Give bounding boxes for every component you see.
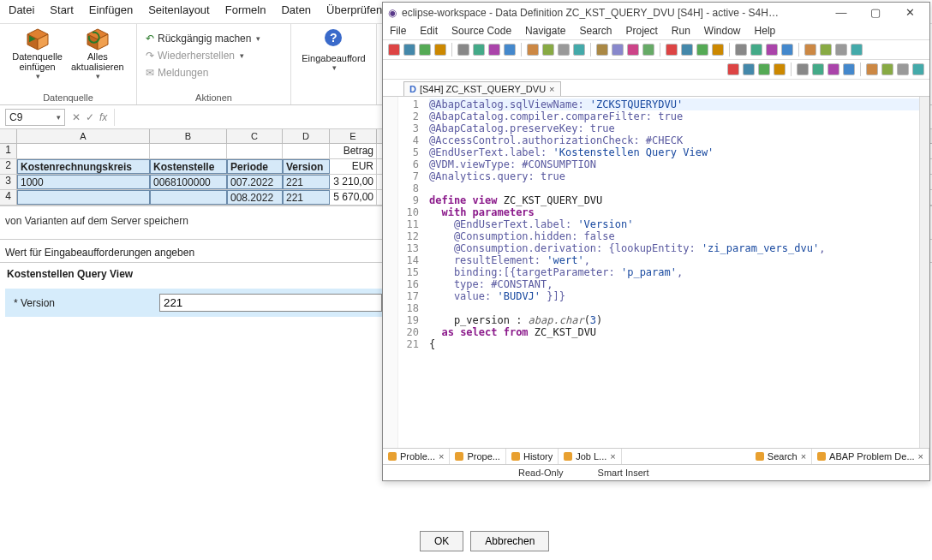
menu-item-einfügen[interactable]: Einfügen bbox=[89, 3, 133, 18]
close-tab-icon[interactable]: × bbox=[801, 451, 806, 462]
menu-item-überprüfen[interactable]: Überprüfen bbox=[326, 3, 382, 18]
bottom-tab[interactable]: Job L...× bbox=[559, 449, 622, 464]
menu-item-daten[interactable]: Daten bbox=[281, 3, 311, 18]
toolbar-icon[interactable] bbox=[866, 63, 878, 75]
toolbar-icon[interactable] bbox=[666, 44, 678, 56]
code-line[interactable]: @AccessControl.authorizationCheck: #CHEC… bbox=[429, 134, 919, 146]
toolbar-icon[interactable] bbox=[388, 44, 400, 56]
refresh-all-button[interactable]: Alles aktualisieren bbox=[71, 27, 124, 80]
toolbar-icon[interactable] bbox=[419, 44, 431, 56]
toolbar-icon[interactable] bbox=[827, 63, 839, 75]
code-line[interactable]: binding:[{targetParameter: 'p_param', bbox=[429, 266, 919, 278]
toolbar-icon[interactable] bbox=[542, 44, 554, 56]
toolbar-icon[interactable] bbox=[504, 44, 516, 56]
toolbar-icon[interactable] bbox=[766, 44, 778, 56]
toolbar-icon[interactable] bbox=[642, 44, 654, 56]
close-tab-icon[interactable]: × bbox=[918, 451, 923, 462]
toolbar-icon[interactable] bbox=[434, 44, 446, 56]
toolbar-icon[interactable] bbox=[727, 63, 739, 75]
version-input[interactable] bbox=[159, 294, 382, 312]
toolbar-icon[interactable] bbox=[612, 44, 624, 56]
toolbar-icon[interactable] bbox=[804, 44, 816, 56]
name-box[interactable]: C9▾ bbox=[5, 109, 65, 126]
eclipse-menu-window[interactable]: Window bbox=[704, 25, 741, 37]
fx-icon[interactable]: fx bbox=[99, 111, 107, 123]
undo-button[interactable]: ↶ Rückgängig machen bbox=[146, 31, 260, 46]
bottom-tab[interactable]: Prope... bbox=[450, 449, 506, 464]
toolbar-icon[interactable] bbox=[881, 63, 893, 75]
cell-header[interactable]: Kostenrechnungskreis bbox=[17, 159, 150, 174]
cell-header[interactable]: Periode bbox=[227, 159, 283, 174]
toolbar-icon[interactable] bbox=[797, 63, 809, 75]
code-line[interactable]: @Analytics.query: true bbox=[429, 170, 919, 182]
toolbar-icon[interactable] bbox=[897, 63, 909, 75]
cell[interactable]: 007.2022 bbox=[227, 175, 283, 189]
toolbar-icon[interactable] bbox=[812, 63, 824, 75]
toolbar-icon[interactable] bbox=[712, 44, 724, 56]
cell-header[interactable]: Version bbox=[283, 159, 330, 174]
toolbar-icon[interactable] bbox=[835, 44, 847, 56]
toolbar-icon[interactable] bbox=[403, 44, 415, 56]
menu-item-start[interactable]: Start bbox=[50, 3, 73, 18]
insert-datasource-button[interactable]: ▶ Datenquelle einfügen bbox=[12, 27, 63, 80]
code-line[interactable]: resultElement: 'wert', bbox=[429, 254, 919, 266]
cell[interactable]: 008.2022 bbox=[227, 190, 283, 205]
bottom-tab[interactable]: ABAP Problem De...× bbox=[812, 449, 929, 464]
toolbar-icon[interactable] bbox=[473, 44, 485, 56]
bottom-tab[interactable]: Search× bbox=[750, 449, 812, 464]
cell-header[interactable]: Kostenstelle bbox=[150, 159, 227, 174]
code-line[interactable] bbox=[429, 182, 919, 194]
toolbar-icon[interactable] bbox=[912, 63, 924, 75]
toolbar-icon[interactable] bbox=[758, 63, 770, 75]
toolbar-icon[interactable] bbox=[596, 44, 608, 56]
toolbar-icon[interactable] bbox=[743, 63, 755, 75]
toolbar-icon[interactable] bbox=[735, 44, 747, 56]
code-line[interactable]: @AbapCatalog.preserveKey: true bbox=[429, 122, 919, 134]
code-line[interactable]: @AbapCatalog.compiler.compareFilter: tru… bbox=[429, 110, 919, 122]
toolbar-icon[interactable] bbox=[558, 44, 570, 56]
prompts-button[interactable]: ? Eingabeaufford bbox=[302, 27, 365, 72]
accept-formula-icon[interactable]: ✓ bbox=[86, 111, 94, 123]
menu-item-datei[interactable]: Datei bbox=[9, 3, 34, 18]
col-header[interactable]: D bbox=[283, 129, 330, 143]
code-editor[interactable]: 123456789101112131415161718192021 @AbapC… bbox=[383, 97, 929, 448]
eclipse-titlebar[interactable]: ◉ eclipse-workspace - Data Definition ZC… bbox=[383, 3, 929, 22]
cell[interactable]: 0068100000 bbox=[150, 175, 227, 189]
cancel-formula-icon[interactable]: ✕ bbox=[72, 111, 81, 123]
messages-button[interactable]: ✉ Meldungen bbox=[146, 65, 260, 80]
eclipse-menu-file[interactable]: File bbox=[390, 25, 406, 37]
cell[interactable]: EUR bbox=[330, 159, 377, 174]
code-line[interactable]: with parameters bbox=[429, 206, 919, 218]
toolbar-icon[interactable] bbox=[696, 44, 708, 56]
cell[interactable]: 1000 bbox=[17, 175, 150, 189]
ok-button[interactable]: OK bbox=[420, 531, 463, 551]
code-line[interactable]: define view ZC_KST_QUERY_DVU bbox=[429, 194, 919, 206]
eclipse-menu-source-code[interactable]: Source Code bbox=[451, 25, 511, 37]
toolbar-icon[interactable] bbox=[681, 44, 693, 56]
code-line[interactable]: type: #CONSTANT, bbox=[429, 278, 919, 290]
menu-item-seitenlayout[interactable]: Seitenlayout bbox=[148, 3, 210, 18]
toolbar-icon[interactable] bbox=[774, 63, 786, 75]
code-line[interactable]: { bbox=[429, 338, 919, 350]
cell[interactable]: Betrag bbox=[330, 144, 377, 158]
close-tab-icon[interactable]: × bbox=[439, 451, 444, 462]
close-tab-icon[interactable]: × bbox=[610, 451, 615, 462]
eclipse-menu-search[interactable]: Search bbox=[579, 25, 612, 37]
code-line[interactable] bbox=[429, 302, 919, 314]
eclipse-menu-navigate[interactable]: Navigate bbox=[525, 25, 565, 37]
col-header[interactable]: A bbox=[17, 129, 150, 143]
close-tab-icon[interactable]: × bbox=[549, 84, 554, 94]
code-line[interactable]: @AbapCatalog.sqlViewName: 'ZCKSTQUERYDVU… bbox=[429, 98, 919, 110]
cell[interactable]: 5 670,00 bbox=[330, 190, 377, 205]
code-line[interactable]: @Consumption.derivation: {lookupEntity: … bbox=[429, 242, 919, 254]
cancel-button[interactable]: Abbrechen bbox=[470, 531, 549, 551]
toolbar-icon[interactable] bbox=[843, 63, 855, 75]
toolbar-icon[interactable] bbox=[573, 44, 585, 56]
cell[interactable]: 221 bbox=[283, 175, 330, 189]
toolbar-icon[interactable] bbox=[457, 44, 469, 56]
cell[interactable]: 3 210,00 bbox=[330, 175, 377, 189]
close-button[interactable]: ✕ bbox=[895, 6, 924, 19]
cell[interactable]: 221 bbox=[283, 190, 330, 205]
code-line[interactable]: @VDM.viewType: #CONSUMPTION bbox=[429, 158, 919, 170]
toolbar-icon[interactable] bbox=[781, 44, 793, 56]
